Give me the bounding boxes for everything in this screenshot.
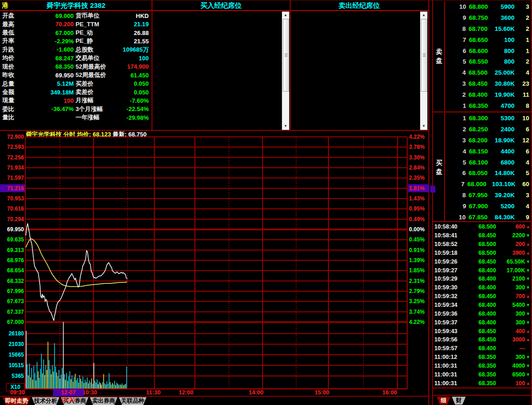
level-volume: 3600 [496, 14, 514, 21]
volume-bar [31, 368, 32, 388]
level-order-count: 9 [515, 214, 531, 221]
order-book-row[interactable]: 168.300530010 [445, 113, 531, 124]
volume-axis-label: 10515 [0, 362, 24, 369]
field-value: 61.450 [120, 72, 152, 79]
volume-bar [79, 375, 80, 388]
volume-bar [120, 384, 121, 388]
buy-side-block: 买盘 168.300530010268.25024006368.20018.90… [433, 113, 531, 222]
tick-volume: 65.50K [496, 258, 525, 265]
volume-bar [62, 368, 63, 388]
scroll-down-icon[interactable]: ▼ [421, 123, 427, 129]
volume-bar [93, 384, 94, 388]
volume-bar [39, 378, 40, 388]
tick-volume: 600 [496, 223, 525, 230]
level-number: 8 [445, 25, 466, 32]
volume-bar [65, 380, 66, 388]
tab-技术分析[interactable]: 技术分析 [32, 397, 59, 405]
scroll-up-icon[interactable]: ▲ [282, 12, 289, 18]
level-price: 68.800 [466, 3, 496, 10]
scrollbar-thumb[interactable] [421, 19, 427, 92]
level-price: 67.900 [466, 203, 496, 210]
level-price: 68.400 [466, 91, 495, 98]
order-book-row[interactable]: 768.6501001 [445, 34, 531, 45]
sell-broker-scrollbar[interactable]: ▲ ▼ [420, 12, 427, 130]
volume-bar [117, 382, 117, 388]
tick-price: 68.400 [465, 267, 496, 274]
volume-bar [47, 342, 48, 388]
tick-time: 10:59:43 [433, 328, 465, 335]
up-arrow-icon: ▲ [525, 294, 531, 299]
order-book-row[interactable]: 867.95039.20K3 [445, 190, 531, 201]
tab-卖出券商[interactable]: 卖出券商 [90, 397, 117, 405]
volume-bar [85, 380, 86, 388]
tick-trade-row: 10:59:4368.450400▲ [433, 327, 531, 335]
info-row: 最高70.200PE_TTM21.19 [0, 20, 152, 28]
field-label: 月涨幅 [74, 96, 120, 105]
field-value: 5.12M [31, 80, 74, 87]
y-axis-price-label: 67.996 [0, 288, 24, 295]
order-book-row[interactable]: 668.6008001 [445, 45, 531, 56]
up-arrow-icon: ▲ [525, 381, 531, 386]
order-book-row[interactable]: 268.40019.90K11 [445, 89, 531, 100]
level-volume: 15.60K [495, 25, 515, 32]
order-book-row[interactable]: 967.90052004 [445, 200, 531, 211]
order-book-row[interactable]: 568.5508002 [445, 56, 531, 67]
level-volume: 25.00K [495, 69, 515, 76]
y-axis-price-label: 69.635 [0, 236, 24, 243]
tick-time: 11:00:31 [433, 380, 465, 387]
chart-canvas[interactable] [0, 130, 429, 397]
order-book-row[interactable]: 668.05014.80K5 [445, 168, 531, 179]
divider [433, 395, 531, 396]
order-book-row[interactable]: 368.45030.80K23 [445, 78, 531, 89]
level-volume: 18.90K [495, 137, 515, 144]
y-axis-price-label: 68.976 [0, 257, 24, 264]
volume-bar [74, 377, 75, 388]
order-book-panel: 卖盘 1068.80059003968.75036002868.70015.60… [433, 0, 532, 405]
divider [290, 10, 428, 11]
field-value: 109685万 [120, 46, 152, 54]
volume-axis-label: 5365 [0, 372, 24, 380]
scrollbar-thumb[interactable] [283, 19, 289, 92]
volume-bar [114, 381, 115, 388]
field-value: -36.47% [31, 106, 74, 112]
up-arrow-icon: ▲ [525, 242, 531, 247]
order-book-row[interactable]: 468.50025.00K4 [445, 67, 531, 78]
volume-bar [30, 377, 31, 388]
order-book-row[interactable]: 268.25024006 [445, 124, 531, 135]
tick-trade-row: 10:59:2668.45065.50K▼ [433, 257, 531, 266]
order-book-row[interactable]: 768.000103.10K60 [445, 179, 531, 190]
tab-即时走势[interactable]: 即时走势 [3, 397, 30, 405]
level-volume: 100 [496, 36, 514, 43]
order-book-row[interactable]: 368.20018.90K12 [445, 135, 531, 146]
order-book-row[interactable]: 168.35047008 [445, 100, 531, 111]
info-row: 升率-2.29%PE_静21.55 [0, 37, 152, 45]
level-order-count: 3 [514, 3, 531, 10]
tab-财[interactable]: 财 [452, 397, 466, 405]
y-axis-percent-label: 3.25% [409, 298, 425, 305]
info-row: 昨收69.95052周最低价61.450 [0, 71, 152, 79]
order-book-row[interactable]: 868.70015.60K2 [445, 23, 531, 35]
field-value: 67.000 [31, 29, 74, 36]
scroll-up-icon[interactable]: ▲ [421, 12, 427, 18]
tab-细[interactable]: 细 [437, 397, 450, 405]
order-book-row[interactable]: 468.15044006 [445, 146, 531, 157]
tab-关联品种[interactable]: 关联品种 [119, 397, 146, 405]
level-order-count: 1 [514, 47, 531, 54]
tick-price: 68.500 [465, 250, 496, 256]
order-book-row[interactable]: 1068.80059003 [445, 1, 531, 12]
level-order-count: 2 [514, 14, 531, 21]
tick-volume: 5400 [496, 302, 525, 308]
tick-price: 68.500 [465, 223, 496, 230]
volume-bar [53, 372, 54, 388]
scroll-down-icon[interactable]: ▼ [282, 123, 289, 129]
intraday-chart[interactable]: 舜宇光学科技 分时 均价: 68.123 最新: 68.750 72.90072… [0, 130, 429, 397]
order-book-row[interactable]: 568.10068004 [445, 157, 531, 168]
volume-bar [90, 382, 91, 388]
volume-bar [108, 384, 109, 388]
field-label: 升率 [0, 37, 31, 45]
buy-broker-scrollbar[interactable]: ▲ ▼ [282, 12, 289, 130]
level-number: 1 [445, 115, 466, 122]
order-book-row[interactable]: 968.75036002 [445, 12, 531, 23]
stock-title: 舜宇光学科技 2382 [0, 1, 152, 10]
tick-price: 68.350 [465, 371, 496, 378]
